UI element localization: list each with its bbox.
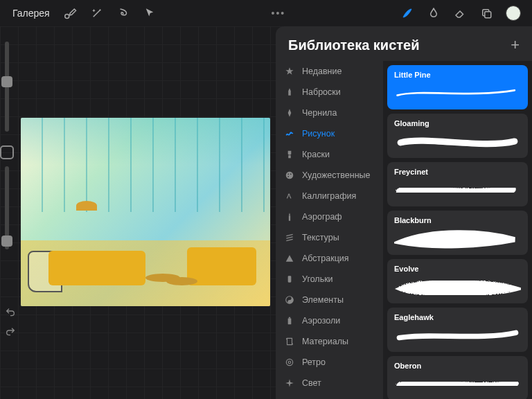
- undo-icon[interactable]: [5, 307, 16, 318]
- brush-item[interactable]: Oberon: [387, 356, 528, 399]
- category-label: Наброски: [302, 87, 341, 97]
- category-item[interactable]: Аэрозоли: [276, 310, 383, 331]
- wrench-icon[interactable]: [58, 1, 83, 26]
- layers-icon[interactable]: [474, 1, 499, 26]
- category-item[interactable]: Угольки: [276, 269, 383, 290]
- redo-icon[interactable]: [5, 326, 16, 337]
- left-sliders: [0, 42, 14, 263]
- brush-item[interactable]: Blackburn: [387, 211, 528, 255]
- panel-title: Библиотека кистей: [288, 37, 420, 53]
- svg-rect-6: [288, 276, 292, 282]
- category-label: Материалы: [302, 337, 348, 346]
- brush-preview: [394, 323, 521, 348]
- category-label: Чернила: [302, 108, 337, 118]
- category-item[interactable]: Свет: [276, 373, 383, 393]
- can-icon: [284, 315, 295, 326]
- svg-point-4: [290, 173, 292, 175]
- category-item[interactable]: Абстракция: [276, 248, 383, 269]
- category-item[interactable]: Недавние: [276, 61, 383, 82]
- brush-tool-icon[interactable]: [395, 1, 420, 26]
- opacity-slider[interactable]: [5, 166, 9, 249]
- category-label: Текстуры: [302, 233, 339, 242]
- cursor-icon[interactable]: [137, 1, 162, 26]
- category-item[interactable]: Каллиграфия: [276, 186, 383, 206]
- category-item[interactable]: Ретро: [276, 352, 383, 373]
- brush-preview: [394, 274, 521, 299]
- category-item[interactable]: Рисунок: [276, 123, 383, 144]
- eraser-tool-icon[interactable]: [447, 1, 472, 26]
- category-item[interactable]: Текстуры: [276, 227, 383, 248]
- svg-point-10: [286, 359, 292, 365]
- category-label: Рисунок: [302, 129, 335, 139]
- pencil-icon: [284, 87, 295, 98]
- brush-item[interactable]: Little Pine: [387, 65, 528, 109]
- svg-rect-1: [485, 12, 491, 18]
- brush-preview: [394, 177, 521, 202]
- category-label: Аэрограф: [302, 212, 342, 222]
- brush-preview: [394, 371, 521, 396]
- brush-size-slider[interactable]: [5, 42, 9, 132]
- svg-point-3: [287, 173, 289, 175]
- svg-rect-8: [288, 319, 292, 325]
- category-item[interactable]: Чернила: [276, 103, 383, 123]
- wand-icon[interactable]: [85, 1, 109, 26]
- yinyang-icon: [284, 294, 295, 305]
- undo-redo: [0, 305, 21, 339]
- category-label: Абстракция: [302, 254, 349, 263]
- brush-item[interactable]: Freycinet: [387, 162, 528, 206]
- select-icon[interactable]: [111, 1, 136, 26]
- brush-preview: [394, 80, 521, 105]
- brush-name: Blackburn: [394, 216, 521, 224]
- color-swatch[interactable]: [506, 6, 521, 21]
- brush-name: Gloaming: [394, 119, 521, 127]
- canvas[interactable]: [21, 118, 270, 306]
- category-label: Угольки: [302, 274, 333, 284]
- charcoal-icon: [284, 274, 295, 285]
- scroll-icon: [284, 336, 295, 347]
- brush-item[interactable]: Evolve: [387, 259, 528, 303]
- retro-icon: [284, 357, 295, 368]
- palette-icon: [284, 170, 295, 181]
- category-label: Аэрозоли: [302, 316, 340, 326]
- top-toolbar: Галерея •••: [0, 0, 532, 26]
- svg-point-11: [288, 361, 291, 364]
- brush-preview: [394, 129, 521, 154]
- nib-icon: [284, 107, 295, 118]
- category-label: Ретро: [302, 357, 326, 367]
- brush-name: Little Pine: [394, 71, 521, 79]
- brushes-list: Little PineGloamingFreycinetBlackburnEvo…: [383, 61, 532, 399]
- category-item[interactable]: Материалы: [276, 331, 383, 352]
- brush-name: Eaglehawk: [394, 313, 521, 321]
- squiggle-icon: [284, 128, 295, 139]
- brush-item[interactable]: Eaglehawk: [387, 308, 528, 352]
- brush-name: Evolve: [394, 265, 521, 273]
- modify-button[interactable]: [0, 145, 14, 159]
- sparkle-icon: [284, 378, 295, 389]
- category-label: Элементы: [302, 295, 344, 305]
- more-icon[interactable]: •••: [271, 8, 285, 19]
- add-brush-set-button[interactable]: +: [511, 36, 520, 54]
- brush-name: Freycinet: [394, 168, 521, 176]
- brush-item[interactable]: Gloaming: [387, 114, 528, 158]
- svg-point-5: [287, 176, 289, 177]
- category-item[interactable]: Элементы: [276, 290, 383, 310]
- hatch-icon: [284, 232, 295, 243]
- category-label: Свет: [302, 378, 321, 388]
- star-icon: [284, 66, 295, 77]
- category-label: Каллиграфия: [302, 191, 356, 201]
- script-icon: [284, 190, 295, 202]
- category-item[interactable]: Наброски: [276, 82, 383, 103]
- category-item[interactable]: Аэрограф: [276, 206, 383, 227]
- category-label: Недавние: [302, 66, 342, 76]
- category-label: Художественные: [302, 170, 371, 180]
- category-item[interactable]: Краски: [276, 144, 383, 165]
- gallery-button[interactable]: Галерея: [6, 5, 57, 21]
- smudge-tool-icon[interactable]: [421, 1, 446, 26]
- brush-name: Oberon: [394, 362, 521, 370]
- svg-rect-9: [289, 317, 290, 319]
- category-item[interactable]: Художественные: [276, 165, 383, 186]
- brush-icon: [284, 149, 295, 160]
- category-item[interactable]: Индастриал: [276, 393, 383, 399]
- svg-point-2: [286, 172, 294, 179]
- category-label: Краски: [302, 150, 330, 159]
